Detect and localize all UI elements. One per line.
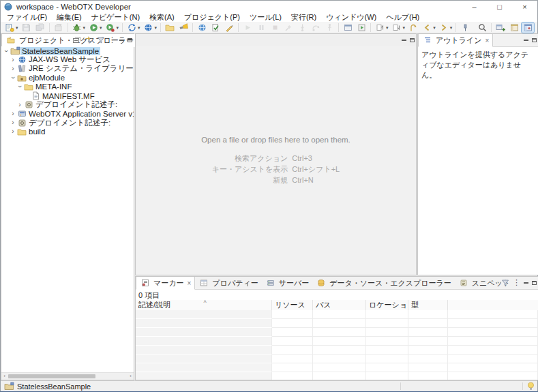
chevron-right-icon[interactable]: › <box>10 128 16 135</box>
menu-help[interactable]: ヘルプ(H) <box>381 12 424 22</box>
close-icon[interactable]: × <box>188 280 192 287</box>
chevron-right-icon[interactable]: › <box>10 119 16 126</box>
table-row[interactable] <box>136 346 538 355</box>
column-header-1[interactable]: リソース <box>272 300 313 310</box>
minimize-view-button[interactable] <box>119 40 124 41</box>
close-window-button[interactable]: × <box>512 1 537 13</box>
dropdown-arrow-icon[interactable]: ▾ <box>16 22 18 33</box>
tree-item-jax-ws-web-services[interactable]: ›JAX-WS Web サービス <box>1 55 134 64</box>
collapse-all-button[interactable] <box>72 35 81 44</box>
column-header-3[interactable]: ロケーション <box>366 300 408 310</box>
open-perspective-button[interactable] <box>494 22 507 33</box>
tree-item-statelessbeansample[interactable]: ›StatelessBeanSample <box>1 46 134 55</box>
forward-button[interactable]: ▾ <box>438 22 453 33</box>
menu-run[interactable]: 実行(R) <box>286 12 321 22</box>
quick-access-search-button[interactable] <box>476 22 488 33</box>
tree-item-deployment-descriptor-1[interactable]: ›デプロイメント記述子: <box>1 100 134 109</box>
tab-properties[interactable]: プロパティー <box>195 277 261 289</box>
minimize-view-button[interactable] <box>402 40 406 41</box>
web-browser-button[interactable] <box>196 22 208 33</box>
menu-navigate[interactable]: ナビゲート(N) <box>87 12 145 22</box>
horizontal-scrollbar[interactable]: ‹ › <box>1 372 134 380</box>
menu-tools[interactable]: ツール(L) <box>245 12 286 22</box>
dropdown-arrow-icon[interactable]: ▾ <box>450 22 453 33</box>
debug-button[interactable]: ▾ <box>71 22 87 33</box>
tab-outline[interactable]: アウトライン × <box>418 34 493 47</box>
tab-servers[interactable]: サーバー <box>262 277 313 289</box>
table-row[interactable] <box>136 328 538 337</box>
scroll-left-icon[interactable]: ‹ <box>1 373 8 380</box>
chevron-down-icon[interactable]: › <box>3 48 10 55</box>
next-annotation-button[interactable]: ▾ <box>391 22 406 33</box>
column-header-0[interactable]: 記述/説明^ <box>136 300 272 310</box>
console-button[interactable] <box>342 22 354 33</box>
table-row[interactable] <box>136 363 538 372</box>
view-menu-icon[interactable]: ⋮ <box>513 278 520 287</box>
perspective-javaee-button[interactable] <box>522 22 534 33</box>
maximize-view-button[interactable] <box>128 38 132 42</box>
dropdown-arrow-icon[interactable]: ▾ <box>155 22 158 33</box>
coverage-button[interactable]: ▾ <box>104 22 120 33</box>
chevron-right-icon[interactable]: › <box>10 57 16 63</box>
synchronize-button[interactable]: ▾ <box>125 22 141 33</box>
chevron-down-icon[interactable]: › <box>16 83 23 90</box>
scroll-right-icon[interactable]: › <box>128 373 134 380</box>
table-row[interactable] <box>136 372 538 380</box>
open-resource-button[interactable] <box>164 22 176 33</box>
previous-annotation-button[interactable]: ▾ <box>374 22 389 33</box>
filter-button[interactable] <box>501 279 509 287</box>
shortcut-search-actions[interactable]: 検索アクション Ctrl+3 <box>212 153 340 164</box>
view-menu-icon[interactable]: ⋮ <box>108 35 116 44</box>
shortcut-new[interactable]: 新規 Ctrl+N <box>212 175 340 185</box>
close-icon[interactable]: × <box>485 37 490 44</box>
scrollbar-thumb[interactable] <box>8 374 95 378</box>
tree-item-ejbmodule[interactable]: ›ejbModule <box>1 74 134 82</box>
tree-item-jre-system-library[interactable]: ›JRE システム・ライブラリー[JavaSE-17] <box>1 64 134 73</box>
dropdown-arrow-icon[interactable]: ▾ <box>433 22 436 33</box>
tree-item-webotx-application-server[interactable]: ›WebOTX Application Server v11.2(Local D… <box>1 109 134 118</box>
run-button[interactable]: ▾ <box>87 22 103 33</box>
column-header-2[interactable]: パス <box>313 300 366 310</box>
maximize-view-button[interactable] <box>532 281 537 285</box>
filter-button[interactable] <box>97 36 105 44</box>
minimize-view-button[interactable] <box>524 282 528 284</box>
menu-window[interactable]: ウィンドウ(W) <box>321 12 381 22</box>
chevron-right-icon[interactable]: › <box>16 102 23 108</box>
maximize-window-button[interactable]: □ <box>487 1 512 13</box>
notification-lamp-icon[interactable] <box>527 382 535 391</box>
webotx-button[interactable]: ▾ <box>143 22 158 33</box>
dropdown-arrow-icon[interactable]: ▾ <box>403 22 406 33</box>
tree-item-meta-inf[interactable]: ›META-INF <box>1 82 134 91</box>
run-last-tool-button[interactable] <box>355 22 368 33</box>
app-icon[interactable] <box>4 3 12 11</box>
validate-button[interactable] <box>209 22 222 33</box>
column-header-4[interactable]: 型 <box>408 300 448 310</box>
dropdown-arrow-icon[interactable]: ▾ <box>100 22 102 33</box>
table-row[interactable] <box>136 355 538 363</box>
chevron-right-icon[interactable]: › <box>10 110 16 117</box>
tree-item-manifest-mf[interactable]: MANIFEST.MF <box>1 91 134 100</box>
menu-search[interactable]: 検索(A) <box>145 12 179 22</box>
tab-markers[interactable]: マーカー× <box>136 277 195 290</box>
menu-file[interactable]: ファイル(F) <box>2 12 52 22</box>
link-with-editor-button[interactable] <box>85 35 93 44</box>
last-edit-location-button[interactable] <box>407 22 419 33</box>
dropdown-arrow-icon[interactable]: ▾ <box>117 22 119 33</box>
dropdown-arrow-icon[interactable]: ▾ <box>138 22 140 33</box>
table-row[interactable] <box>136 319 538 328</box>
table-row[interactable] <box>136 310 538 319</box>
dropdown-arrow-icon[interactable]: ▾ <box>386 22 389 33</box>
shortcut-key-assist[interactable]: キー・アシストを表示 Ctrl+シフト+L <box>212 164 340 175</box>
minimize-window-button[interactable]: – <box>462 1 487 13</box>
back-button[interactable]: ▾ <box>421 22 436 33</box>
tree-item-build[interactable]: ›build <box>1 127 134 136</box>
maximize-view-button[interactable] <box>410 38 415 42</box>
perspective-resource-button[interactable] <box>508 22 520 33</box>
chevron-right-icon[interactable]: › <box>10 65 16 72</box>
annotation-button[interactable] <box>223 22 235 33</box>
minimize-view-button[interactable] <box>524 40 528 41</box>
tree-item-deployment-descriptor-2[interactable]: ›デプロイメント記述子: <box>1 119 134 127</box>
search-dialog-button[interactable] <box>177 22 190 33</box>
menu-project[interactable]: プロジェクト(P) <box>179 12 245 22</box>
tab-data-source-explorer[interactable]: データ・ソース・エクスプローラー <box>312 277 455 289</box>
